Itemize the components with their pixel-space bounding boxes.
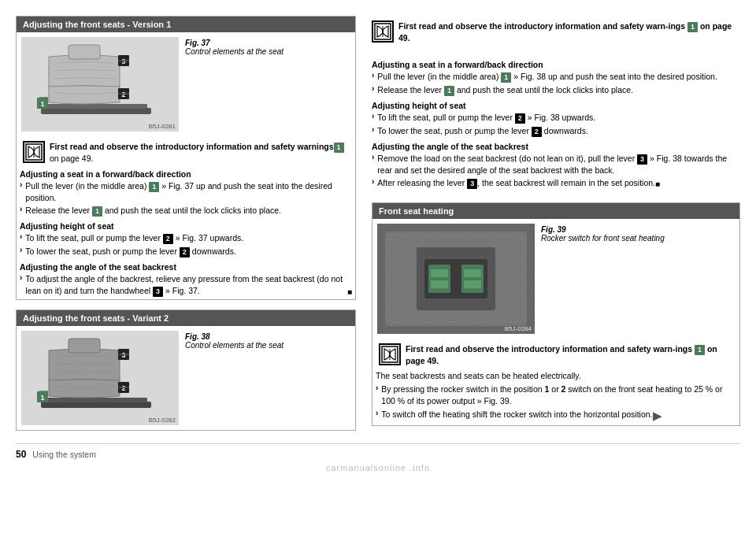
heating-image: B5J-0284 [377,224,535,334]
image-code-v1: B5J-0281 [149,123,176,130]
bullet-r4: › To lower the seat, push or pump the le… [372,125,740,137]
svg-rect-37 [464,280,481,288]
bullet-r3: › To lift the seat, pull or pump the lev… [372,112,740,124]
section1-title: Adjusting the front seats - Version 1 [17,17,355,32]
left-column: Adjusting the front seats - Version 1 [16,16,356,431]
section1-fig-caption: Fig. 37 Control elements at the seat [185,37,284,132]
right-column: First read and observe the introductory … [372,16,740,431]
section1-body: Adjusting a seat in a forward/back direc… [17,169,355,298]
svg-rect-36 [464,269,481,277]
svg-rect-15 [45,398,147,402]
image-code-v2: B5J-0282 [149,417,176,424]
heating-title: Front seat heating [372,203,739,219]
page-footer: 50 Using the system [16,443,740,460]
bullet-v1-4: › To lower the seat, push or pump the le… [20,246,352,257]
bullet-r1: › Pull the lever (in the middle area) 1 … [372,71,740,83]
seat-svg-v2: 1 3 2 [33,335,167,421]
svg-text:2: 2 [121,384,125,392]
bullet-r5: › Remove the load on the seat backrest (… [372,153,740,176]
section2-title: Adjusting the front seats - Variant 2 [17,310,355,326]
svg-rect-1 [45,104,147,109]
svg-text:3: 3 [121,351,125,359]
heating-content: B5J-0284 Fig. 39 Rocker switch for front… [372,219,739,339]
watermark: carmanualsonline .info [16,463,740,472]
book-warning-icon-heating [379,343,401,365]
seat-image-v2: 1 3 2 B5J-0282 [21,331,179,425]
warning-text-right-top: First read and observe the introductory … [398,20,740,44]
svg-rect-0 [41,108,151,114]
seat-svg-v1: 1 3 2 [33,41,167,128]
svg-rect-34 [431,280,448,288]
section1-content: 1 3 2 B5J-0281 [17,32,355,136]
book-warning-icon-right [372,20,394,43]
heating-fig-caption-area: Fig. 39 Rocker switch for front seat hea… [541,224,665,334]
svg-rect-33 [431,269,448,277]
heating-svg [377,224,535,334]
svg-text:1: 1 [40,394,44,402]
svg-text:1: 1 [40,100,44,108]
svg-rect-32 [428,265,450,293]
svg-rect-2 [69,45,100,59]
right-body: Adjusting a seat in a forward/back direc… [372,55,740,192]
page-container: Adjusting the front seats - Version 1 [0,0,756,480]
svg-text:2: 2 [121,91,125,98]
svg-rect-16 [69,339,100,353]
bullet-heat-2: › To switch off the heating shift the ro… [376,409,736,424]
warning-box-right-top: First read and observe the introductory … [372,20,740,44]
seat-image-v1: 1 3 2 B5J-0281 [21,37,179,132]
bullet-heat-1: › By pressing the rocker switch in the p… [376,383,736,406]
warning-box-heating: First read and observe the introductory … [372,343,739,367]
section-heating: Front seat heating [372,202,740,426]
section-variant2: Adjusting the front seats - Variant 2 [16,309,356,431]
warning-text-v1: First read and observe the introductory … [50,141,349,165]
main-content: Adjusting the front seats - Version 1 [16,16,740,431]
bullet-v1-5: › To adjust the angle of the backrest, r… [20,273,352,298]
bullet-r6: › After releasing the lever 3, the seat … [372,177,740,190]
heating-image-code: B5J-0284 [505,325,532,332]
section2-fig-caption: Fig. 38 Control elements at the seat [185,331,284,425]
section2-content: 1 3 2 B5J-0282 [17,326,355,430]
section-version1: Adjusting the front seats - Version 1 [16,16,356,300]
bullet-v1-3: › To lift the seat, pull or pump the lev… [20,232,352,244]
book-warning-icon-v1 [23,141,45,163]
bullet-r2: › Release the lever 1 and push the seat … [372,84,740,96]
svg-rect-35 [461,265,484,293]
warning-box-v1: First read and observe the introductory … [17,141,355,165]
bullet-v1-1: › Pull the lever (in the middle area) 1 … [20,180,352,204]
bullet-v1-2: › Release the lever 1 and push the seat … [20,205,352,217]
warning-text-heating: First read and observe the introductory … [406,343,733,367]
heating-body: The seat backrests and seats can be heat… [372,370,739,424]
svg-text:3: 3 [121,57,125,65]
svg-rect-14 [41,402,151,408]
